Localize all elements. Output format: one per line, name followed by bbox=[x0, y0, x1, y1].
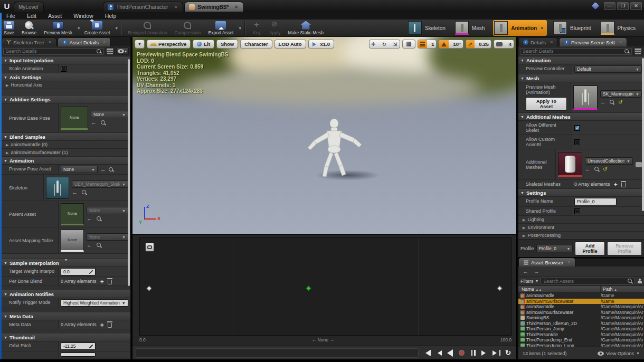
mode-skeleton[interactable]: Skeleton bbox=[407, 20, 449, 36]
mode-blueprint[interactable]: Blueprint bbox=[552, 20, 594, 36]
pause-button[interactable] bbox=[469, 349, 477, 357]
character-button[interactable]: Character bbox=[240, 40, 272, 49]
grid-snap-value[interactable]: 1 bbox=[429, 40, 436, 48]
blend-sample-point[interactable] bbox=[147, 286, 152, 291]
scale-snap-icon[interactable]: ↗ bbox=[466, 40, 475, 48]
record-button[interactable] bbox=[458, 349, 466, 357]
step-forward-button[interactable] bbox=[481, 349, 489, 357]
clear-array-icon[interactable] bbox=[621, 183, 626, 187]
skeleton-dropdown[interactable]: UE4_Mannequin_Skeleton▼ bbox=[72, 180, 128, 188]
parent-asset-dropdown[interactable]: None▼ bbox=[87, 207, 128, 214]
export-asset-button[interactable]: Export Asset bbox=[205, 20, 238, 37]
preview-mesh-button[interactable]: Preview Mesh bbox=[40, 20, 75, 37]
left-panel-scrollbar[interactable] bbox=[128, 59, 130, 286]
search-details-input[interactable] bbox=[6, 49, 97, 54]
to-front-button[interactable] bbox=[423, 349, 431, 357]
close-tab-icon[interactable]: ✕ bbox=[619, 40, 622, 44]
step-back-button[interactable] bbox=[434, 349, 442, 357]
playback-speed-button[interactable]: x1.0 bbox=[308, 40, 335, 49]
clear-array-icon[interactable] bbox=[108, 323, 112, 328]
blendspace-editor[interactable]: 0.0 ← None → 100.0 bbox=[132, 234, 516, 346]
lit-button[interactable]: Lit bbox=[193, 40, 214, 49]
filters-button[interactable]: Filters▼ bbox=[520, 279, 538, 284]
tab-asset-details[interactable]: i Asset Details✕ bbox=[58, 37, 111, 46]
add-element-icon[interactable]: ＋ bbox=[99, 279, 105, 284]
reimport-animation-button[interactable]: Reimport Animation bbox=[124, 20, 171, 37]
scale-icon[interactable]: ⇲ bbox=[391, 40, 400, 48]
rotation-snap-value[interactable]: 10° bbox=[451, 40, 462, 48]
asset-row[interactable]: ThirdPersonIdle/Game/Mannequin/Ar bbox=[518, 332, 644, 338]
use-selected-icon[interactable]: ← bbox=[87, 216, 92, 221]
preview-pose-asset-dropdown[interactable]: None▼ bbox=[61, 166, 98, 173]
section-mesh[interactable]: ▼Mesh bbox=[518, 74, 644, 82]
preview-blend-point[interactable] bbox=[306, 286, 311, 291]
person-filter-icon[interactable] bbox=[637, 279, 642, 284]
view-options-button[interactable]: ▼ bbox=[116, 47, 129, 55]
lighting-expander[interactable]: ▶Lighting bbox=[518, 216, 644, 224]
preview-mesh-dropdown-icon[interactable]: ▼ bbox=[77, 26, 81, 30]
transform-gizmo-group[interactable]: ✛↻⇲ bbox=[369, 40, 401, 49]
close-tab-icon[interactable]: ✕ bbox=[103, 40, 106, 44]
asset-row[interactable]: animSwimIdle/Game bbox=[518, 293, 644, 299]
skeleton-thumbnail[interactable] bbox=[46, 177, 69, 199]
tab-skeleton-tree[interactable]: Skeleton Tree✕ bbox=[2, 37, 56, 46]
search-assets-box[interactable] bbox=[541, 278, 635, 284]
menu-help[interactable]: Help bbox=[105, 13, 117, 19]
use-selected-icon[interactable]: ← bbox=[585, 167, 591, 172]
export-asset-dropdown-icon[interactable]: ▼ bbox=[238, 26, 242, 30]
browse-to-asset-icon[interactable] bbox=[82, 190, 87, 195]
scale-animation-checkbox[interactable] bbox=[61, 66, 67, 72]
browse-button[interactable]: Browse bbox=[18, 20, 40, 37]
create-asset-dropdown-icon[interactable]: ▼ bbox=[115, 26, 118, 30]
asset-row[interactable]: ThirdPerson_Jump/Game/Mannequin/Ar bbox=[518, 326, 644, 332]
tab-preview-scene-settings[interactable]: i Preview Scene Sett✕ bbox=[559, 37, 627, 46]
create-asset-button[interactable]: Create Asset bbox=[81, 20, 114, 37]
tab-swimingbs[interactable]: SwimingBS* ✕ bbox=[184, 2, 244, 12]
asset-row[interactable]: animSwimIdle/Game/Mannequin/Ar bbox=[518, 304, 644, 310]
history-forward-button[interactable]: → bbox=[534, 268, 539, 274]
compression-button[interactable]: Compression bbox=[171, 20, 204, 37]
apply-button[interactable]: Apply bbox=[266, 20, 284, 37]
use-selected-icon[interactable]: ← bbox=[100, 167, 106, 172]
to-end-button[interactable] bbox=[493, 349, 500, 357]
section-meta-data[interactable]: ▼Meta Data bbox=[2, 312, 130, 320]
show-button[interactable]: Show bbox=[216, 40, 238, 49]
asset-row[interactable]: animSwimSurfacewater/Game/Mannequin/Ar bbox=[518, 310, 644, 316]
grid-snap-group[interactable]: 1 bbox=[418, 40, 437, 49]
add-element-icon[interactable]: ＋ bbox=[99, 322, 105, 327]
save-collection-icon[interactable] bbox=[636, 162, 642, 167]
perspective-button[interactable]: Perspective bbox=[147, 40, 191, 49]
reset-icon[interactable]: ↺ bbox=[618, 100, 622, 104]
search-assets-input[interactable] bbox=[543, 279, 628, 284]
asset-mapping-table-thumbnail[interactable]: None bbox=[61, 230, 84, 252]
scale-snap-group[interactable]: ↗0.25 bbox=[466, 40, 491, 49]
apply-to-asset-button[interactable]: Apply To Asset bbox=[526, 97, 567, 111]
section-axis-settings[interactable]: ▼Axis Settings bbox=[2, 73, 130, 81]
target-weight-input[interactable]: 0.0 bbox=[61, 268, 96, 275]
history-back-button[interactable]: ← bbox=[523, 268, 528, 274]
column-path[interactable]: Path ▲ bbox=[601, 286, 644, 292]
key-button[interactable]: Key bbox=[248, 20, 266, 37]
minimize-button[interactable]: — bbox=[604, 2, 615, 10]
mode-mesh[interactable]: Mesh bbox=[454, 20, 488, 36]
section-animation[interactable]: ▼Animation bbox=[518, 56, 644, 64]
section-additive-settings[interactable]: ▼Additive Settings bbox=[2, 96, 130, 103]
mode-physics[interactable]: Physics bbox=[600, 20, 639, 36]
notify-trigger-mode-dropdown[interactable]: Highest Weighted Animation▼ bbox=[61, 299, 128, 307]
browse-to-asset-icon[interactable] bbox=[101, 120, 106, 125]
section-animation[interactable]: ▼Animation bbox=[2, 157, 130, 165]
section-thumbnail[interactable]: ▼Thumbnail bbox=[2, 334, 130, 341]
preview-mesh-dropdown[interactable]: SK_Mannequin▼ bbox=[600, 90, 642, 98]
lod-auto-button[interactable]: LOD Auto bbox=[274, 40, 306, 49]
section-animation-notifies[interactable]: ▼Animation Notifies bbox=[2, 290, 130, 298]
feedback-gem-icon[interactable] bbox=[592, 2, 599, 9]
rotation-snap-icon[interactable] bbox=[439, 40, 449, 48]
asset-mapping-table-dropdown[interactable]: None▼ bbox=[87, 233, 128, 241]
close-tab-icon[interactable]: ✕ bbox=[49, 40, 52, 44]
additional-meshes-dropdown[interactable]: UnsavedCollection▼ bbox=[585, 157, 633, 165]
timeline-scrubber[interactable] bbox=[136, 348, 419, 358]
close-tab-icon[interactable]: ✕ bbox=[567, 260, 571, 264]
asset-row[interactable]: ThirdPersonJump_End/Game/Mannequin/Ar bbox=[518, 337, 644, 343]
browse-to-asset-icon[interactable] bbox=[109, 167, 113, 172]
add-profile-button[interactable]: Add Profile bbox=[575, 242, 604, 255]
